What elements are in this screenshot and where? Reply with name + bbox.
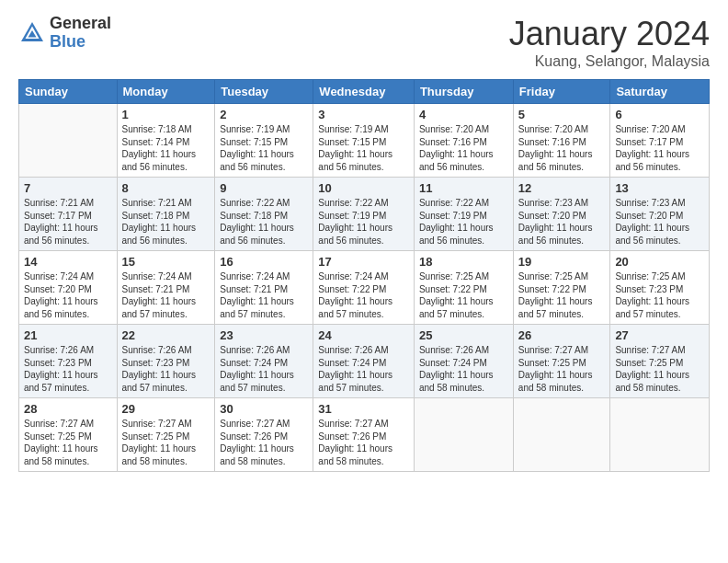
day-cell: 10Sunrise: 7:22 AMSunset: 7:19 PMDayligh… — [313, 178, 415, 251]
logo-icon — [18, 19, 46, 47]
day-info: Sunrise: 7:18 AMSunset: 7:14 PMDaylight:… — [122, 123, 210, 173]
day-info: Sunrise: 7:19 AMSunset: 7:15 PMDaylight:… — [318, 123, 409, 173]
day-number: 4 — [419, 108, 508, 121]
day-number: 16 — [220, 255, 308, 269]
day-info: Sunrise: 7:25 AMSunset: 7:22 PMDaylight:… — [518, 270, 606, 320]
month-title: January 2024 — [509, 15, 710, 53]
day-cell: 8Sunrise: 7:21 AMSunset: 7:18 PMDaylight… — [117, 178, 215, 251]
day-number: 14 — [24, 255, 112, 269]
week-row-5: 28Sunrise: 7:27 AMSunset: 7:25 PMDayligh… — [19, 398, 710, 472]
day-cell: 24Sunrise: 7:26 AMSunset: 7:24 PMDayligh… — [313, 325, 415, 398]
day-number: 29 — [122, 402, 210, 416]
col-tuesday: Tuesday — [215, 80, 313, 104]
day-number: 9 — [220, 181, 308, 195]
day-info: Sunrise: 7:23 AMSunset: 7:20 PMDaylight:… — [518, 197, 606, 247]
day-info: Sunrise: 7:27 AMSunset: 7:26 PMDaylight:… — [220, 418, 308, 467]
day-info: Sunrise: 7:23 AMSunset: 7:20 PMDaylight:… — [615, 197, 704, 247]
day-info: Sunrise: 7:27 AMSunset: 7:26 PMDaylight:… — [318, 418, 409, 467]
day-cell: 7Sunrise: 7:21 AMSunset: 7:17 PMDaylight… — [19, 178, 118, 251]
calendar-table: Sunday Monday Tuesday Wednesday Thursday… — [18, 79, 710, 472]
day-cell: 31Sunrise: 7:27 AMSunset: 7:26 PMDayligh… — [313, 398, 415, 472]
col-saturday: Saturday — [610, 80, 710, 104]
calendar-page: General Blue January 2024 Kuang, Selango… — [0, 0, 728, 563]
day-cell: 14Sunrise: 7:24 AMSunset: 7:20 PMDayligh… — [19, 251, 118, 325]
calendar-header: Sunday Monday Tuesday Wednesday Thursday… — [19, 80, 710, 104]
col-friday: Friday — [513, 80, 610, 104]
day-cell: 1Sunrise: 7:18 AMSunset: 7:14 PMDaylight… — [117, 104, 215, 178]
header-row: Sunday Monday Tuesday Wednesday Thursday… — [19, 80, 710, 104]
day-cell — [414, 398, 513, 472]
day-info: Sunrise: 7:26 AMSunset: 7:24 PMDaylight:… — [318, 344, 409, 394]
day-cell: 22Sunrise: 7:26 AMSunset: 7:23 PMDayligh… — [117, 325, 215, 398]
day-cell: 13Sunrise: 7:23 AMSunset: 7:20 PMDayligh… — [610, 178, 710, 251]
day-cell: 9Sunrise: 7:22 AMSunset: 7:18 PMDaylight… — [215, 178, 313, 251]
day-info: Sunrise: 7:26 AMSunset: 7:23 PMDaylight:… — [122, 344, 210, 394]
logo: General Blue — [18, 15, 111, 52]
day-number: 3 — [318, 108, 409, 121]
day-cell: 2Sunrise: 7:19 AMSunset: 7:15 PMDaylight… — [215, 104, 313, 178]
day-number: 18 — [419, 255, 508, 269]
col-wednesday: Wednesday — [313, 80, 415, 104]
logo-general-text: General — [50, 15, 111, 33]
day-cell — [19, 104, 118, 178]
day-number: 13 — [615, 181, 704, 195]
day-cell: 18Sunrise: 7:25 AMSunset: 7:22 PMDayligh… — [414, 251, 513, 325]
day-info: Sunrise: 7:24 AMSunset: 7:21 PMDaylight:… — [220, 270, 308, 320]
day-number: 28 — [24, 402, 112, 416]
day-number: 26 — [518, 328, 606, 342]
day-cell: 5Sunrise: 7:20 AMSunset: 7:16 PMDaylight… — [513, 104, 610, 178]
day-cell: 4Sunrise: 7:20 AMSunset: 7:16 PMDaylight… — [414, 104, 513, 178]
day-cell: 12Sunrise: 7:23 AMSunset: 7:20 PMDayligh… — [513, 178, 610, 251]
day-number: 19 — [518, 255, 606, 269]
day-info: Sunrise: 7:22 AMSunset: 7:18 PMDaylight:… — [220, 197, 308, 247]
week-row-3: 14Sunrise: 7:24 AMSunset: 7:20 PMDayligh… — [19, 251, 710, 325]
day-info: Sunrise: 7:21 AMSunset: 7:17 PMDaylight:… — [24, 197, 112, 247]
day-number: 1 — [122, 108, 210, 121]
day-info: Sunrise: 7:27 AMSunset: 7:25 PMDaylight:… — [122, 418, 210, 467]
day-number: 31 — [318, 402, 409, 416]
day-number: 21 — [24, 328, 112, 342]
day-number: 11 — [419, 181, 508, 195]
day-cell: 26Sunrise: 7:27 AMSunset: 7:25 PMDayligh… — [513, 325, 610, 398]
day-cell: 17Sunrise: 7:24 AMSunset: 7:22 PMDayligh… — [313, 251, 415, 325]
day-cell: 15Sunrise: 7:24 AMSunset: 7:21 PMDayligh… — [117, 251, 215, 325]
col-thursday: Thursday — [414, 80, 513, 104]
day-number: 30 — [220, 402, 308, 416]
week-row-2: 7Sunrise: 7:21 AMSunset: 7:17 PMDaylight… — [19, 178, 710, 251]
day-info: Sunrise: 7:25 AMSunset: 7:23 PMDaylight:… — [615, 270, 704, 320]
day-cell: 20Sunrise: 7:25 AMSunset: 7:23 PMDayligh… — [610, 251, 710, 325]
location: Kuang, Selangor, Malaysia — [509, 53, 710, 70]
day-number: 20 — [615, 255, 704, 269]
day-cell: 27Sunrise: 7:27 AMSunset: 7:25 PMDayligh… — [610, 325, 710, 398]
day-number: 27 — [615, 328, 704, 342]
day-cell — [610, 398, 710, 472]
day-cell: 30Sunrise: 7:27 AMSunset: 7:26 PMDayligh… — [215, 398, 313, 472]
day-info: Sunrise: 7:26 AMSunset: 7:24 PMDaylight:… — [419, 344, 508, 394]
logo-text: General Blue — [50, 15, 111, 52]
logo-blue-text: Blue — [50, 33, 111, 52]
header: General Blue January 2024 Kuang, Selango… — [18, 15, 710, 70]
day-info: Sunrise: 7:26 AMSunset: 7:23 PMDaylight:… — [24, 344, 112, 394]
day-info: Sunrise: 7:22 AMSunset: 7:19 PMDaylight:… — [419, 197, 508, 247]
day-number: 5 — [518, 108, 606, 121]
day-cell: 25Sunrise: 7:26 AMSunset: 7:24 PMDayligh… — [414, 325, 513, 398]
day-number: 23 — [220, 328, 308, 342]
day-cell: 23Sunrise: 7:26 AMSunset: 7:24 PMDayligh… — [215, 325, 313, 398]
week-row-4: 21Sunrise: 7:26 AMSunset: 7:23 PMDayligh… — [19, 325, 710, 398]
day-info: Sunrise: 7:27 AMSunset: 7:25 PMDaylight:… — [615, 344, 704, 394]
day-cell: 3Sunrise: 7:19 AMSunset: 7:15 PMDaylight… — [313, 104, 415, 178]
day-cell: 16Sunrise: 7:24 AMSunset: 7:21 PMDayligh… — [215, 251, 313, 325]
day-number: 10 — [318, 181, 409, 195]
calendar-body: 1Sunrise: 7:18 AMSunset: 7:14 PMDaylight… — [19, 104, 710, 472]
day-number: 15 — [122, 255, 210, 269]
day-info: Sunrise: 7:27 AMSunset: 7:25 PMDaylight:… — [24, 418, 112, 467]
day-cell: 21Sunrise: 7:26 AMSunset: 7:23 PMDayligh… — [19, 325, 118, 398]
day-number: 12 — [518, 181, 606, 195]
day-info: Sunrise: 7:24 AMSunset: 7:21 PMDaylight:… — [122, 270, 210, 320]
day-number: 7 — [24, 181, 112, 195]
day-info: Sunrise: 7:21 AMSunset: 7:18 PMDaylight:… — [122, 197, 210, 247]
day-info: Sunrise: 7:20 AMSunset: 7:16 PMDaylight:… — [419, 123, 508, 173]
day-info: Sunrise: 7:24 AMSunset: 7:22 PMDaylight:… — [318, 270, 409, 320]
title-section: January 2024 Kuang, Selangor, Malaysia — [509, 15, 710, 70]
day-number: 8 — [122, 181, 210, 195]
